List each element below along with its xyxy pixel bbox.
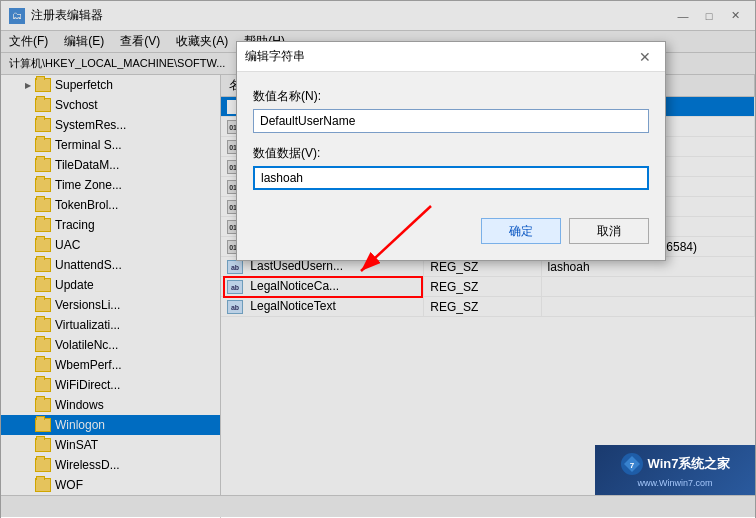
watermark: 7 Win7系统之家 www.Winwin7.com [595,445,755,495]
cancel-button[interactable]: 取消 [569,218,649,244]
dialog-title: 编辑字符串 [245,48,305,65]
win7-logo: 7 [620,452,644,476]
dialog-overlay: 编辑字符串 ✕ 数值名称(N): 数值数据(V): 确定 取消 [1,1,755,517]
name-label: 数值名称(N): [253,88,649,105]
dialog-body: 数值名称(N): 数值数据(V): [237,72,665,218]
dialog-close-button[interactable]: ✕ [633,47,657,67]
dialog-title-bar: 编辑字符串 ✕ [237,42,665,72]
name-input[interactable] [253,109,649,133]
data-label: 数值数据(V): [253,145,649,162]
svg-text:7: 7 [629,461,634,470]
dialog-footer: 确定 取消 [237,218,665,260]
dialog-edit-string: 编辑字符串 ✕ 数值名称(N): 数值数据(V): 确定 取消 [236,41,666,261]
main-window: 🗂 注册表编辑器 — □ ✕ 文件(F) 编辑(E) 查看(V) 收藏夹(A) … [0,0,756,518]
watermark-logo: 7 Win7系统之家 [620,452,731,476]
data-input[interactable] [253,166,649,190]
watermark-text1: Win7系统之家 [648,455,731,473]
ok-button[interactable]: 确定 [481,218,561,244]
watermark-text2: www.Winwin7.com [637,478,712,488]
